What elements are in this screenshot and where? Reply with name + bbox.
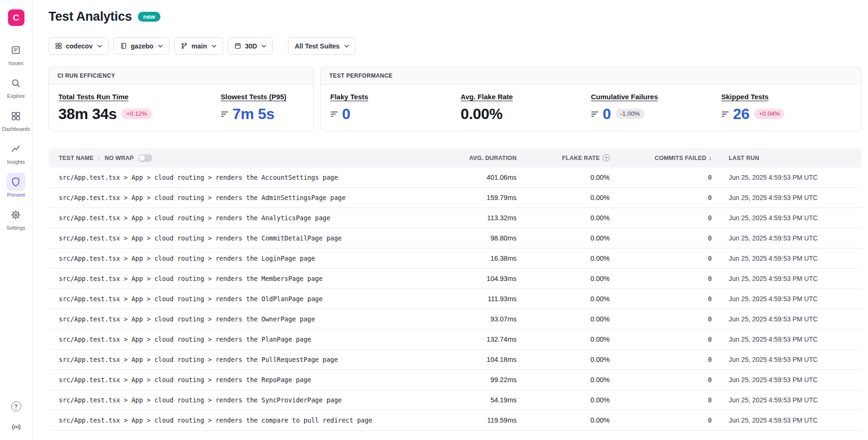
column-commits-failed[interactable]: COMMITS FAILED ↓ — [610, 154, 712, 161]
metric-avg-flake-rate: Avg. Flake Rate 0.00% — [461, 93, 591, 121]
avg-duration-cell: 93.07ms — [446, 315, 517, 323]
sidebar-item-prevent[interactable]: Prevent — [7, 173, 25, 198]
commits-failed-cell: 0 — [610, 416, 712, 424]
last-run-cell: Jun 25, 2025 4:59:53 PM UTC — [712, 336, 861, 343]
metric-value[interactable]: 0 — [342, 106, 350, 121]
avg-duration-cell: 98.80ms — [446, 234, 517, 242]
branch-value: main — [191, 42, 207, 50]
sidebar-item-label: Insights — [7, 159, 25, 165]
commits-failed-cell: 0 — [610, 174, 712, 181]
test-name-cell: src/App.test.tsx > App > cloud routing >… — [48, 174, 446, 181]
main-content: Test Analytics new codecov — [32, 0, 868, 440]
metric-value[interactable]: 26 — [733, 106, 749, 121]
flake-rate-cell: 0.00% — [517, 275, 610, 282]
calendar-icon — [234, 42, 241, 49]
sidebar-item-insights[interactable]: Insights — [7, 140, 25, 165]
column-flake-rate[interactable]: FLAKE RATE ? — [517, 154, 610, 161]
metric-total-tests-run-time: Total Tests Run Time 38m 34s +0.12% — [58, 93, 221, 121]
column-avg-duration[interactable]: AVG. DURATION — [446, 155, 517, 161]
flake-rate-cell: 0.00% — [517, 234, 610, 242]
repo-icon — [120, 42, 127, 49]
no-wrap-label: NO WRAP — [104, 155, 134, 161]
table-row[interactable]: src/App.test.tsx > App > cloud routing >… — [48, 269, 861, 289]
commits-failed-cell: 0 — [610, 214, 712, 222]
column-test-name[interactable]: TEST NAME | NO WRAP — [48, 154, 446, 162]
flake-rate-cell: 0.00% — [517, 356, 610, 363]
test-name-cell: src/App.test.tsx > App > cloud routing >… — [48, 416, 446, 424]
col-label-test-name: TEST NAME — [59, 155, 94, 161]
suites-value: All Test Suites — [295, 42, 339, 50]
sidebar-item-label: Dashboards — [2, 126, 30, 132]
sidebar-item-dashboards[interactable]: Dashboards — [2, 107, 30, 132]
table-row[interactable]: src/App.test.tsx > App > cloud routing >… — [48, 390, 861, 410]
sidebar-item-label: Settings — [7, 225, 25, 231]
metric-label[interactable]: Skipped Tests — [721, 93, 769, 101]
table-row[interactable]: src/App.test.tsx > App > cloud routing >… — [48, 248, 861, 269]
col-label-avg-duration: AVG. DURATION — [469, 155, 517, 161]
help-icon[interactable]: ? — [11, 401, 21, 411]
sidebar-nav: Issues Explore — [2, 41, 30, 231]
info-icon[interactable]: ? — [603, 154, 610, 161]
table-row[interactable]: src/App.test.tsx > App > cloud routing >… — [48, 208, 861, 228]
metric-label[interactable]: Total Tests Run Time — [58, 93, 128, 101]
table-row[interactable]: src/App.test.tsx > App > cloud routing >… — [48, 228, 861, 248]
card-title: CI RUN EFFICIENCY — [49, 67, 313, 85]
toggle-knob — [139, 155, 145, 161]
sidebar-item-label: Explore — [7, 93, 24, 99]
test-name-cell: src/App.test.tsx > App > cloud routing >… — [48, 194, 446, 201]
table-row[interactable]: src/App.test.tsx > App > cloud routing >… — [48, 410, 861, 431]
test-name-cell: src/App.test.tsx > App > cloud routing >… — [48, 275, 446, 282]
test-name-cell: src/App.test.tsx > App > cloud routing >… — [48, 234, 446, 242]
no-wrap-toggle[interactable] — [138, 154, 152, 162]
test-suites-selector[interactable]: All Test Suites — [288, 37, 355, 55]
column-last-run[interactable]: LAST RUN — [712, 155, 861, 161]
codecov-logo[interactable]: C — [8, 9, 24, 26]
filter-lines-icon[interactable] — [221, 111, 229, 117]
card-title: TEST PERFORMANCE — [321, 67, 861, 85]
branch-selector[interactable]: main — [174, 37, 223, 55]
table-row[interactable]: src/App.test.tsx > App > cloud routing >… — [48, 329, 861, 350]
flake-rate-cell: 0.00% — [517, 295, 610, 303]
chevron-down-icon — [158, 45, 163, 48]
tests-table: TEST NAME | NO WRAP AVG. DURATION FLAKE … — [48, 148, 861, 431]
table-row[interactable]: src/App.test.tsx > App > cloud routing >… — [48, 289, 861, 309]
avg-duration-cell: 111.93ms — [446, 295, 517, 303]
broadcast-icon[interactable] — [11, 422, 22, 432]
sidebar-item-issues[interactable]: Issues — [7, 41, 25, 66]
test-name-cell: src/App.test.tsx > App > cloud routing >… — [48, 315, 446, 323]
search-icon — [7, 74, 25, 92]
sidebar-item-explore[interactable]: Explore — [7, 74, 25, 99]
metric-value[interactable]: 0 — [603, 106, 611, 121]
delta-badge: +0.12% — [121, 109, 151, 120]
metric-value[interactable]: 7m 5s — [232, 106, 274, 121]
delta-badge: -1.00% — [616, 109, 645, 120]
metric-label[interactable]: Flaky Tests — [330, 93, 368, 101]
filter-lines-icon[interactable] — [591, 111, 599, 117]
issues-icon — [7, 41, 25, 59]
sidebar: C Issues E — [0, 0, 32, 440]
table-row[interactable]: src/App.test.tsx > App > cloud routing >… — [48, 188, 861, 208]
branch-icon — [181, 42, 188, 49]
table-row[interactable]: src/App.test.tsx > App > cloud routing >… — [48, 309, 861, 329]
filter-lines-icon[interactable] — [721, 111, 729, 117]
filter-lines-icon[interactable] — [330, 111, 338, 117]
metric-label[interactable]: Cumulative Failures — [591, 93, 658, 101]
metric-label[interactable]: Slowest Tests (P95) — [221, 93, 287, 101]
repo-selector[interactable]: gazebo — [113, 37, 169, 55]
last-run-cell: Jun 25, 2025 4:59:53 PM UTC — [712, 174, 861, 181]
sort-desc-icon: ↓ — [709, 154, 712, 161]
table-row[interactable]: src/App.test.tsx > App > cloud routing >… — [48, 350, 861, 370]
sidebar-item-settings[interactable]: Settings — [7, 206, 25, 231]
period-selector[interactable]: 30D — [228, 37, 273, 55]
avg-duration-cell: 119.59ms — [446, 416, 517, 424]
avg-duration-cell: 113.32ms — [446, 214, 517, 222]
metric-label[interactable]: Avg. Flake Rate — [461, 93, 513, 101]
table-body: src/App.test.tsx > App > cloud routing >… — [48, 168, 861, 431]
flake-rate-cell: 0.00% — [517, 194, 610, 201]
table-row[interactable]: src/App.test.tsx > App > cloud routing >… — [48, 168, 861, 188]
org-selector[interactable]: codecov — [48, 37, 109, 55]
test-name-cell: src/App.test.tsx > App > cloud routing >… — [48, 255, 446, 262]
table-row[interactable]: src/App.test.tsx > App > cloud routing >… — [48, 370, 861, 390]
last-run-cell: Jun 25, 2025 4:59:53 PM UTC — [712, 396, 861, 404]
metric-cumulative-failures: Cumulative Failures 0 -1.00% — [591, 93, 721, 121]
